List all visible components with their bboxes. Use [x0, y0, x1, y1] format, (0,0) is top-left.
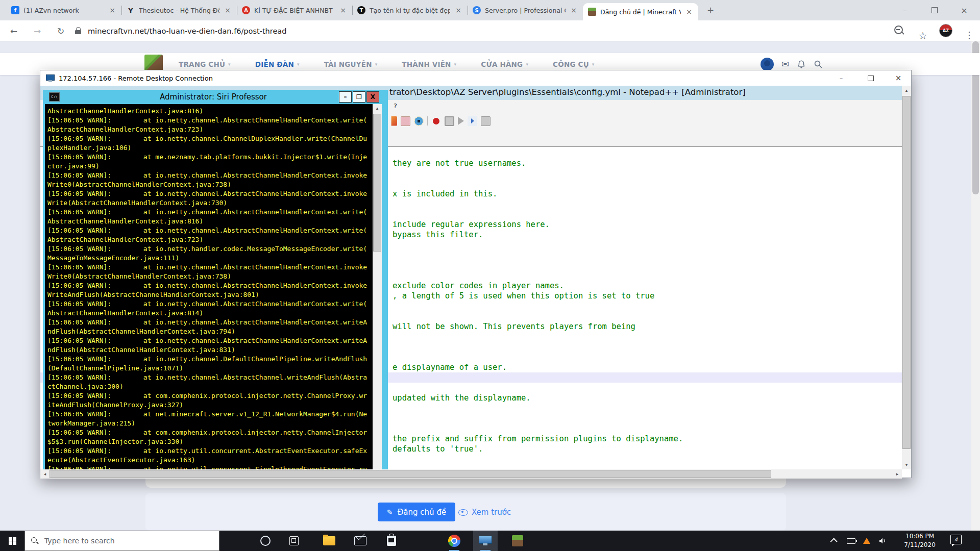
user-avatar[interactable] [761, 58, 774, 71]
nav-item[interactable]: TÀI NGUYÊN ▾ [324, 60, 378, 68]
taskbar-store[interactable] [379, 531, 404, 551]
search-icon[interactable] [814, 60, 823, 69]
console-scrollbar-thumb[interactable] [373, 114, 381, 252]
browser-tab-bar: f (1) AZvn network × Y Thesieutoc - Hệ T… [0, 0, 980, 20]
clock-time: 10:06 PM [894, 532, 945, 541]
post-thread-button[interactable]: ✎ Đăng chủ đề [378, 503, 455, 521]
notepad-help-menu[interactable]: ? [394, 102, 397, 110]
rdp-titlebar[interactable]: 172.104.57.166 - Remote Desktop Connecti… [40, 70, 911, 86]
rdp-icon [46, 74, 55, 82]
taskbar-file-explorer[interactable] [317, 531, 341, 551]
action-center-button[interactable]: 4 [950, 535, 964, 547]
editor-line [393, 250, 683, 260]
taskbar-rdp[interactable] [473, 531, 498, 551]
battery-icon[interactable] [844, 531, 857, 551]
new-tab-button[interactable]: + [704, 4, 717, 16]
search-icon [31, 537, 38, 544]
messages-icon[interactable]: ✉ [781, 59, 789, 69]
console-log-line: WriteAndFlush(AbstractChannelHandlerCont… [47, 290, 373, 299]
cortana-button[interactable] [253, 531, 278, 551]
tab-close-icon[interactable]: × [454, 6, 462, 14]
editor-line [393, 148, 683, 158]
browser-tab[interactable]: f (1) AZvn network × [6, 0, 121, 20]
console-log-line: AbstractChannelHandlerContext.java:814) [47, 309, 373, 318]
nav-item[interactable]: CỬA HÀNG ▾ [481, 60, 528, 68]
nav-item[interactable]: DIỄN ĐÀN ▾ [255, 60, 300, 68]
window-minimize-button[interactable]: – [890, 0, 920, 20]
rdp-close-button[interactable]: × [886, 70, 911, 86]
rdp-vertical-scrollbar-thumb[interactable] [902, 96, 911, 449]
console-close-button[interactable]: X [366, 91, 379, 103]
macro-play-icon[interactable] [458, 117, 464, 125]
tab-close-icon[interactable]: × [224, 6, 232, 14]
hidden-icons-chevron[interactable] [829, 531, 840, 551]
back-icon[interactable]: ← [6, 20, 21, 41]
console-log-line: $5$3.run(ChannelInjector.java:330) [47, 437, 373, 446]
macro-run-multiple-icon[interactable] [468, 116, 477, 126]
browser-tab[interactable]: Đăng chủ đề | Minecraft Việt × [583, 3, 698, 20]
console-minimize-button[interactable]: – [339, 91, 352, 103]
tab-close-icon[interactable]: × [685, 8, 693, 16]
browser-tab[interactable]: Y Thesieutoc - Hệ Thống Đổi T × [121, 0, 237, 20]
vlc-icon[interactable] [861, 531, 873, 551]
nav-item[interactable]: TRANG CHỦ ▾ [179, 60, 231, 68]
editor-line: will not be shown. This prevents players… [393, 321, 683, 332]
tab-title: Thesieutoc - Hệ Thống Đổi T [139, 7, 219, 14]
reload-icon[interactable]: ↻ [53, 20, 68, 41]
preview-link-label: Xem trước [472, 508, 511, 517]
console-log-line: [15:06:05 WARN]: at io.netty.channel.Abs… [47, 208, 373, 217]
taskbar-clock[interactable]: 10:06 PM 7/11/2020 [894, 532, 945, 549]
chevron-down-icon: ▾ [454, 62, 457, 67]
rdp-minimize-button[interactable]: – [826, 70, 856, 86]
rdp-horizontal-scrollbar-thumb[interactable] [50, 470, 771, 478]
console-titlebar[interactable]: C:\ Administrator: Siri Professor [45, 90, 382, 104]
rdp-scroll-left-icon[interactable]: ◂ [40, 469, 50, 479]
editor-line [393, 454, 683, 464]
rdp-scroll-down-icon[interactable]: ▾ [902, 460, 911, 469]
browser-profile-avatar[interactable]: AZ [939, 24, 952, 37]
macro-stop-icon[interactable] [445, 116, 454, 126]
chevron-down-icon: ▾ [375, 62, 378, 67]
taskbar-chrome[interactable] [442, 531, 467, 551]
tab-close-icon[interactable]: × [108, 6, 116, 14]
zoom-out-icon[interactable] [894, 26, 905, 36]
browser-toolbar: ← → ↻ minecraftvn.net/thao-luan-ve-dien-… [0, 20, 980, 41]
address-bar[interactable]: minecraftvn.net/thao-luan-ve-dien-dan.f6… [88, 20, 286, 41]
bell-icon[interactable] [797, 60, 806, 69]
taskbar-minecraft[interactable] [505, 531, 530, 551]
editor-line [393, 464, 683, 469]
console-restore-button[interactable]: ❐ [353, 91, 365, 103]
forward-icon[interactable]: → [30, 20, 45, 41]
browser-tab[interactable]: T Tạo tên kí tự đặc biệt đẹp và × [352, 0, 468, 20]
volume-icon[interactable] [876, 531, 889, 551]
rdp-scroll-right-icon[interactable]: ▸ [893, 469, 902, 479]
console-log-line: [15:06:05 WARN]: at io.netty.channel.Abs… [47, 116, 373, 125]
nav-item[interactable]: THÀNH VIÊN ▾ [402, 60, 456, 68]
nav-item[interactable]: CÔNG CỤ ▾ [553, 60, 594, 68]
rdp-maximize-button[interactable] [856, 70, 886, 86]
macro-record-icon[interactable] [433, 118, 439, 124]
taskbar-search-input[interactable]: Type here to search [24, 531, 219, 551]
tab-close-icon[interactable]: × [570, 6, 578, 14]
console-log-line: [15:06:05 WARN]: at io.netty.channel.Abs… [47, 171, 373, 180]
preview-link[interactable]: Xem trước [458, 507, 511, 518]
launch-browser-icon[interactable] [387, 116, 397, 126]
macro-save-icon[interactable] [481, 116, 491, 126]
preview-eye-icon[interactable] [414, 116, 424, 126]
tab-favicon: f [11, 6, 19, 14]
start-button[interactable] [0, 531, 24, 551]
tab-close-icon[interactable]: × [339, 6, 347, 14]
rdp-scroll-up-icon[interactable]: ▴ [902, 86, 911, 95]
open-folder-icon[interactable] [401, 116, 410, 126]
console-scroll-up-icon[interactable]: ▴ [373, 104, 382, 113]
browser-tab[interactable]: S Server.pro | Professional Gam × [468, 0, 583, 20]
console-scrollbar[interactable]: ▴ [373, 104, 382, 469]
browser-tab[interactable]: A KÍ TỰ ĐẶC BIỆT ANHNBT - # × [237, 0, 352, 20]
task-view-button[interactable] [282, 531, 306, 551]
lock-icon[interactable] [76, 27, 81, 35]
window-close-button[interactable]: × [949, 0, 979, 20]
console-log-line: ndFlush(AbstractChannelHandlerContext.ja… [47, 327, 373, 336]
store-icon [387, 536, 396, 546]
window-maximize-button[interactable] [920, 0, 949, 20]
taskbar-mail[interactable] [348, 531, 373, 551]
